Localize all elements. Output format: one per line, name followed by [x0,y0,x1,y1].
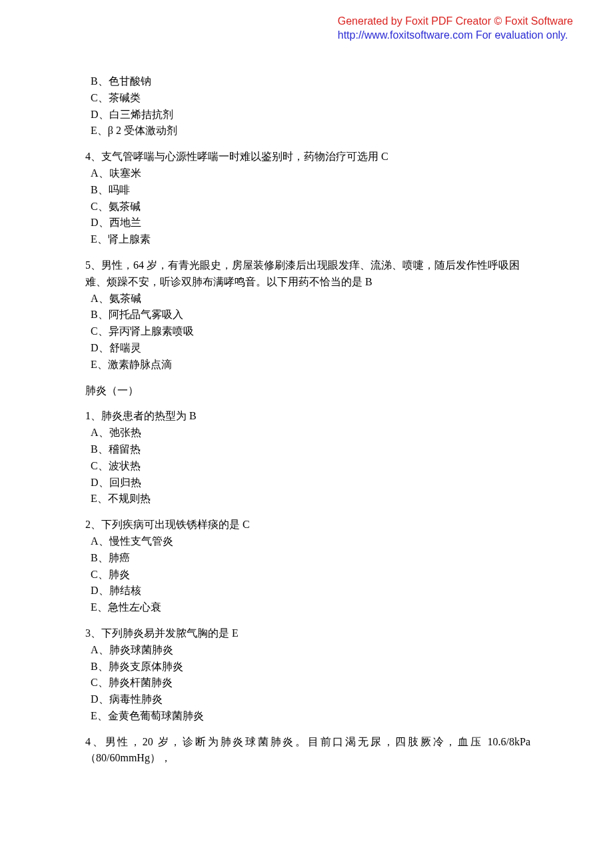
document-content: B、色甘酸钠 C、茶碱类 D、白三烯拮抗剂 E、β 2 受体激动剂 4、支气管哮… [85,73,530,767]
question-5a: 5、男性，64 岁，有青光眼史，房屋装修刷漆后出现眼发痒、流涕、喷嚏，随后发作性… [85,257,530,373]
option-a: A、呋塞米 [85,165,530,182]
option-c: C、肺炎杆菌肺炎 [85,675,530,691]
leading-options: B、色甘酸钠 C、茶碱类 D、白三烯拮抗剂 E、β 2 受体激动剂 [85,73,530,139]
option-b: B、肺癌 [85,550,530,567]
foxit-watermark: Generated by Foxit PDF Creator © Foxit S… [338,15,573,43]
question-4a: 4、支气管哮喘与心源性哮喘一时难以鉴别时，药物治疗可选用 C A、呋塞米 B、吗… [85,149,530,248]
option-d: D、回归热 [85,475,530,491]
question-4b: 4、男性，20 岁，诊断为肺炎球菌肺炎。目前口渴无尿，四肢厥冷，血压 10.6/… [85,734,530,767]
option-a: A、弛张热 [85,425,530,441]
option-d: D、病毒性肺炎 [85,691,530,708]
question-text: 4、支气管哮喘与心源性哮喘一时难以鉴别时，药物治疗可选用 C [85,149,530,165]
option-c: C、茶碱类 [85,90,530,107]
option-e: E、肾上腺素 [85,231,530,248]
option-d: D、白三烯拮抗剂 [85,107,530,123]
option-e: E、不规则热 [85,491,530,507]
option-b: B、肺炎支原体肺炎 [85,659,530,675]
question-3b: 3、下列肺炎易并发脓气胸的是 E A、肺炎球菌肺炎 B、肺炎支原体肺炎 C、肺炎… [85,625,530,725]
option-c: C、氨茶碱 [85,199,530,215]
watermark-line2: http://www.foxitsoftware.com For evaluat… [338,29,573,43]
option-e: E、急性左心衰 [85,599,530,616]
question-text: 1、肺炎患者的热型为 B [85,408,530,425]
option-d: D、肺结核 [85,583,530,599]
option-b: B、阿托品气雾吸入 [85,307,530,323]
question-1b: 1、肺炎患者的热型为 B A、弛张热 B、稽留热 C、波状热 D、回归热 E、不… [85,408,530,507]
option-b: B、吗啡 [85,182,530,199]
option-d: D、西地兰 [85,215,530,231]
option-b: B、稽留热 [85,441,530,458]
option-c: C、异丙肾上腺素喷吸 [85,323,530,340]
option-e: E、β 2 受体激动剂 [85,123,530,139]
option-a: A、氨茶碱 [85,291,530,307]
section-title: 肺炎（一） [85,383,530,399]
option-a: A、慢性支气管炎 [85,533,530,550]
watermark-line1: Generated by Foxit PDF Creator © Foxit S… [338,15,573,29]
question-2b: 2、下列疾病可出现铁锈样痰的是 C A、慢性支气管炎 B、肺癌 C、肺炎 D、肺… [85,517,530,616]
question-text: 5、男性，64 岁，有青光眼史，房屋装修刷漆后出现眼发痒、流涕、喷嚏，随后发作性… [85,257,530,291]
option-a: A、肺炎球菌肺炎 [85,642,530,659]
option-b: B、色甘酸钠 [85,73,530,90]
option-d: D、舒喘灵 [85,340,530,357]
question-text: 3、下列肺炎易并发脓气胸的是 E [85,625,530,642]
option-c: C、肺炎 [85,567,530,583]
option-c: C、波状热 [85,458,530,475]
option-e: E、金黄色葡萄球菌肺炎 [85,708,530,725]
option-e: E、激素静脉点滴 [85,357,530,373]
question-text: 2、下列疾病可出现铁锈样痰的是 C [85,517,530,533]
